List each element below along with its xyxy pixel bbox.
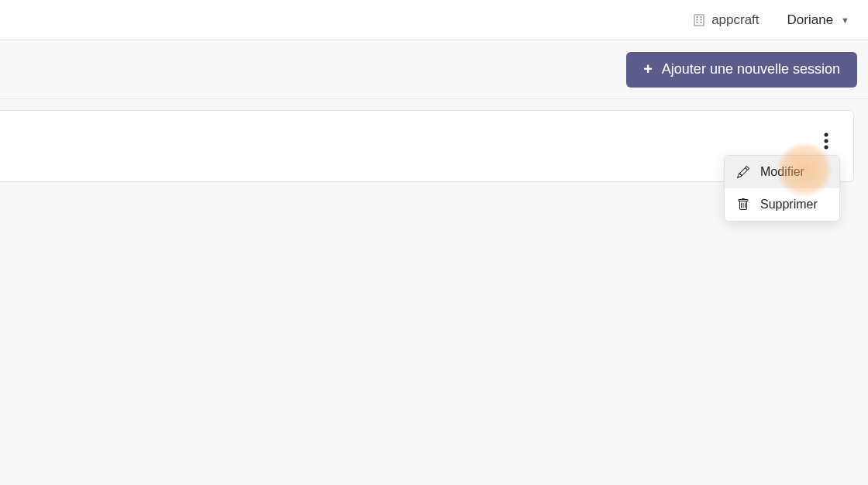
edit-icon <box>737 166 749 178</box>
chevron-down-icon: ▼ <box>841 15 849 25</box>
svg-rect-1 <box>697 16 698 18</box>
svg-rect-6 <box>701 22 702 23</box>
user-name: Doriane <box>787 12 834 28</box>
add-session-button[interactable]: + Ajouter une nouvelle session <box>626 52 857 88</box>
menu-item-label: Supprimer <box>760 198 818 212</box>
plus-icon: + <box>643 60 653 78</box>
trash-icon <box>737 198 749 211</box>
building-icon <box>693 14 705 26</box>
organization-name: appcraft <box>711 12 759 28</box>
organization-block[interactable]: appcraft <box>693 12 759 28</box>
context-menu: Modifier Supprimer <box>724 155 840 222</box>
top-header: appcraft Doriane ▼ <box>0 0 868 40</box>
svg-rect-3 <box>697 19 698 20</box>
menu-item-modifier[interactable]: Modifier <box>725 156 839 188</box>
menu-item-supprimer[interactable]: Supprimer <box>725 188 839 221</box>
svg-point-8 <box>825 139 828 143</box>
more-options-button[interactable] <box>821 129 832 155</box>
svg-point-7 <box>825 133 828 137</box>
svg-point-9 <box>825 146 828 150</box>
svg-rect-5 <box>697 22 698 23</box>
svg-rect-4 <box>701 19 702 20</box>
add-session-label: Ajouter une nouvelle session <box>662 61 840 77</box>
user-menu[interactable]: Doriane ▼ <box>787 12 849 28</box>
more-vertical-icon <box>824 132 828 150</box>
menu-item-label: Modifier <box>760 165 804 179</box>
svg-rect-0 <box>694 15 704 26</box>
action-bar: + Ajouter une nouvelle session <box>0 40 868 99</box>
svg-rect-2 <box>701 16 702 18</box>
